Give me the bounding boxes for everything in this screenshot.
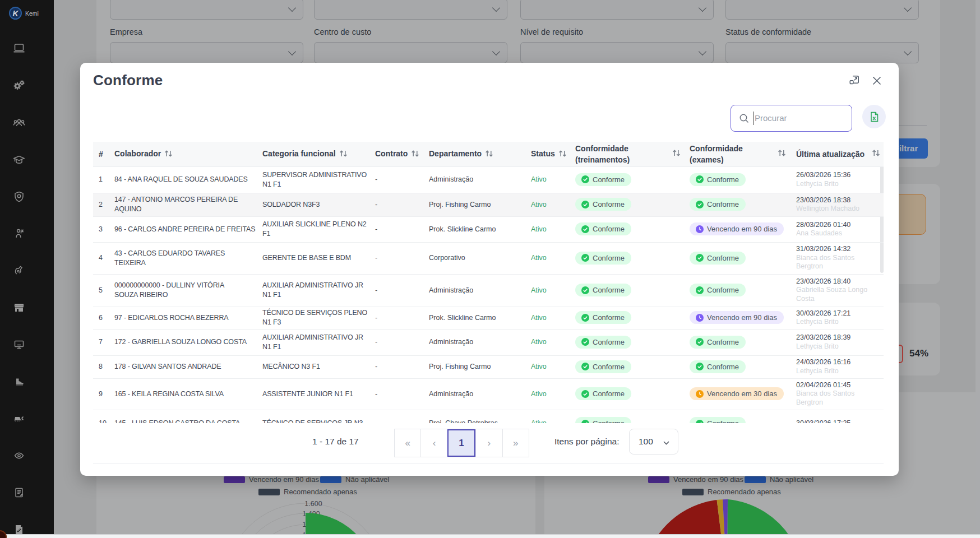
svg-text:1.600: 1.600 (304, 500, 322, 508)
